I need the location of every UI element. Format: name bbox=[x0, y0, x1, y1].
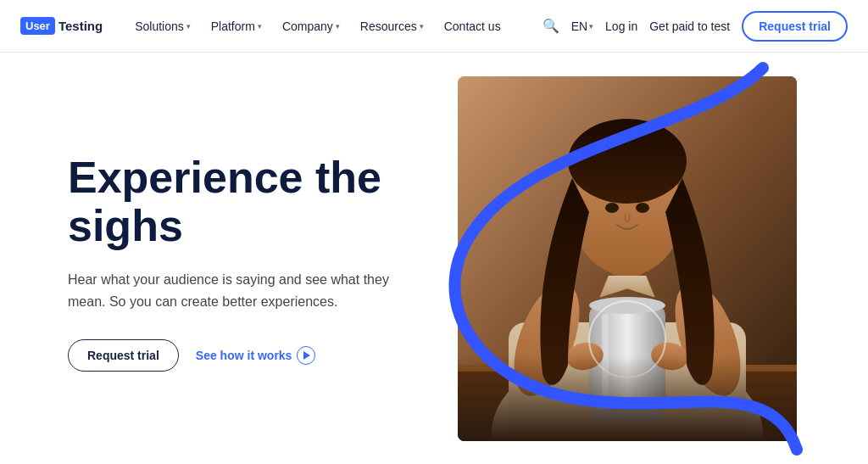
hero-content: Experience the sighs Hear what your audi… bbox=[68, 145, 458, 372]
nav-solutions-label: Solutions bbox=[135, 20, 184, 33]
hero-actions: Request trial See how it works bbox=[68, 339, 458, 372]
image-overlay bbox=[458, 356, 797, 441]
resources-chevron-icon: ▾ bbox=[420, 22, 424, 31]
see-how-label: See how it works bbox=[196, 349, 292, 362]
navigation: User Testing Solutions ▾ Platform ▾ Comp… bbox=[0, 0, 868, 53]
nav-resources[interactable]: Resources ▾ bbox=[352, 13, 432, 40]
nav-right: 🔍 EN ▾ Log in Get paid to test Request t… bbox=[542, 11, 848, 42]
lang-chevron-icon: ▾ bbox=[589, 22, 593, 31]
hero-image-area bbox=[458, 53, 805, 464]
svg-point-16 bbox=[605, 203, 619, 213]
nav-platform-label: Platform bbox=[211, 20, 255, 33]
logo-user-part: User bbox=[20, 17, 55, 35]
company-chevron-icon: ▾ bbox=[336, 22, 340, 31]
logo[interactable]: User Testing bbox=[20, 17, 103, 35]
nav-company-label: Company bbox=[282, 20, 333, 33]
svg-point-17 bbox=[636, 203, 649, 213]
nav-platform[interactable]: Platform ▾ bbox=[203, 13, 270, 40]
search-icon[interactable]: 🔍 bbox=[542, 18, 559, 34]
solutions-chevron-icon: ▾ bbox=[186, 22, 191, 31]
nav-contact-label: Contact us bbox=[444, 20, 501, 33]
login-link[interactable]: Log in bbox=[605, 20, 637, 33]
lang-label: EN bbox=[571, 20, 587, 33]
nav-company[interactable]: Company ▾ bbox=[274, 13, 348, 40]
get-paid-link[interactable]: Get paid to test bbox=[649, 20, 730, 33]
platform-chevron-icon: ▾ bbox=[258, 22, 262, 31]
play-circle-icon bbox=[297, 346, 315, 365]
hero-section: Experience the sighs Hear what your audi… bbox=[0, 53, 868, 464]
nav-solutions[interactable]: Solutions ▾ bbox=[126, 13, 199, 40]
nav-contact[interactable]: Contact us bbox=[436, 13, 509, 40]
hero-title: Experience the sighs bbox=[68, 154, 458, 250]
nav-resources-label: Resources bbox=[360, 20, 417, 33]
request-trial-button[interactable]: Request trial bbox=[742, 11, 848, 42]
language-selector[interactable]: EN ▾ bbox=[571, 20, 593, 33]
hero-image-container bbox=[458, 76, 797, 441]
svg-point-15 bbox=[568, 119, 687, 204]
hero-image bbox=[458, 76, 797, 441]
play-triangle-icon bbox=[303, 351, 310, 360]
see-how-link[interactable]: See how it works bbox=[196, 346, 316, 365]
hero-subtitle: Hear what your audience is saying and se… bbox=[68, 269, 407, 312]
nav-links: Solutions ▾ Platform ▾ Company ▾ Resourc… bbox=[126, 13, 542, 40]
hero-trial-button[interactable]: Request trial bbox=[68, 339, 179, 372]
logo-testing-part: Testing bbox=[58, 19, 103, 33]
